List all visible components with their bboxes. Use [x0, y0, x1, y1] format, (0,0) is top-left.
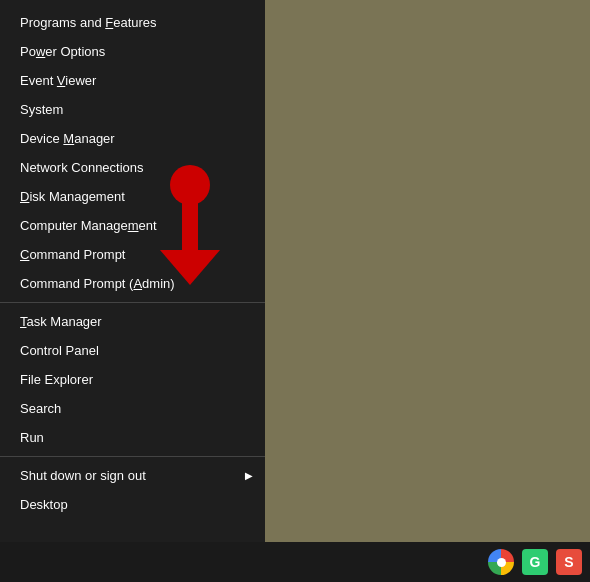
menu-item-command-prompt[interactable]: Command Prompt	[0, 240, 265, 269]
menu-item-system[interactable]: System	[0, 95, 265, 124]
menu-item-command-prompt-admin[interactable]: Command Prompt (Admin)	[0, 269, 265, 298]
separator-2	[0, 456, 265, 457]
menu-item-shut-down[interactable]: Shut down or sign out ►	[0, 461, 265, 490]
menu-item-label: Command Prompt (Admin)	[20, 276, 175, 291]
chrome-taskbar-icon[interactable]	[485, 546, 517, 578]
desktop: Programs and Features Power Options Even…	[0, 0, 590, 582]
groove-taskbar-icon[interactable]: G	[519, 546, 551, 578]
chrome-icon	[488, 549, 514, 575]
menu-item-label: Network Connections	[20, 160, 144, 175]
g-icon: G	[522, 549, 548, 575]
menu-item-label: Device Manager	[20, 131, 115, 146]
s-icon: S	[556, 549, 582, 575]
menu-item-power-options[interactable]: Power Options	[0, 37, 265, 66]
menu-item-label: Event Viewer	[20, 73, 96, 88]
menu-item-network-connections[interactable]: Network Connections	[0, 153, 265, 182]
menu-item-label: Computer Management	[20, 218, 157, 233]
menu-item-computer-management[interactable]: Computer Management	[0, 211, 265, 240]
menu-item-search[interactable]: Search	[0, 394, 265, 423]
taskbar: G S	[0, 542, 590, 582]
menu-item-device-manager[interactable]: Device Manager	[0, 124, 265, 153]
menu-item-run[interactable]: Run	[0, 423, 265, 452]
menu-item-label: Run	[20, 430, 44, 445]
menu-items-container: Programs and Features Power Options Even…	[0, 0, 265, 582]
menu-item-label: Power Options	[20, 44, 105, 59]
menu-item-file-explorer[interactable]: File Explorer	[0, 365, 265, 394]
menu-item-label: Desktop	[20, 497, 68, 512]
menu-item-label: System	[20, 102, 63, 117]
menu-item-disk-management[interactable]: Disk Management	[0, 182, 265, 211]
menu-item-label: Shut down or sign out	[20, 468, 146, 483]
menu-item-control-panel[interactable]: Control Panel	[0, 336, 265, 365]
menu-item-label: Task Manager	[20, 314, 102, 329]
context-menu: Programs and Features Power Options Even…	[0, 0, 265, 582]
menu-item-label: Control Panel	[20, 343, 99, 358]
menu-item-label: Programs and Features	[20, 15, 157, 30]
menu-item-label: File Explorer	[20, 372, 93, 387]
menu-item-desktop[interactable]: Desktop	[0, 490, 265, 519]
menu-item-label: Disk Management	[20, 189, 125, 204]
separator-1	[0, 302, 265, 303]
menu-item-programs-features[interactable]: Programs and Features	[0, 8, 265, 37]
slides-taskbar-icon[interactable]: S	[553, 546, 585, 578]
chrome-center	[497, 558, 506, 567]
menu-item-event-viewer[interactable]: Event Viewer	[0, 66, 265, 95]
taskbar-icons: G S	[485, 546, 585, 578]
submenu-arrow-icon: ►	[243, 470, 253, 481]
menu-item-label: Search	[20, 401, 61, 416]
menu-item-label: Command Prompt	[20, 247, 125, 262]
menu-item-task-manager[interactable]: Task Manager	[0, 307, 265, 336]
